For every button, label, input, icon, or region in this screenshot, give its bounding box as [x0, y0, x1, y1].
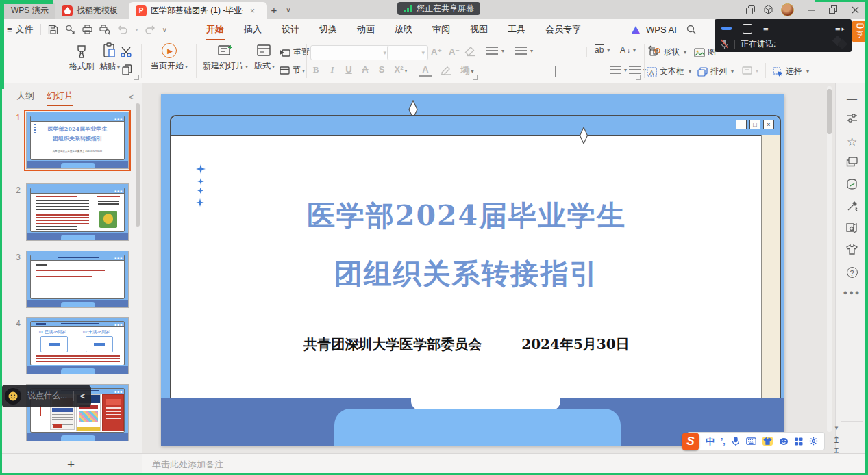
meeting-list-icon[interactable]: ≡	[763, 23, 769, 34]
canvas-scrollbar-track[interactable]	[827, 86, 832, 432]
close-window-icon[interactable]	[847, 0, 863, 19]
slide-thumbnail-1[interactable]: ■■■ 医学部2024届毕业学生 团组织关系转接指引 共青团深圳大学医学部委员会…	[26, 112, 129, 169]
font-family-select[interactable]: ▾	[310, 45, 390, 60]
app-home-tab[interactable]: WPS 演示	[4, 2, 55, 19]
superscript-button[interactable]: X²▾	[390, 64, 411, 75]
menu-review[interactable]: 审阅	[432, 22, 451, 37]
bold-button[interactable]: B	[308, 64, 323, 75]
muted-mic-icon[interactable]	[720, 39, 729, 49]
more-tools-icon[interactable]: ●●●	[836, 288, 868, 296]
document-tab[interactable]: P 医学部基础团务 (1) -毕业生团组 ×	[129, 2, 267, 19]
print-preview-icon[interactable]	[99, 25, 110, 35]
search-icon[interactable]	[686, 25, 696, 34]
tabs-dropdown-icon[interactable]: ∨	[282, 0, 295, 19]
slide-canvas[interactable]: — □ × 医学部2024届毕业学生 团组织关系转接指引 共青团深圳大学医学部委…	[161, 94, 784, 446]
export-pdf-icon[interactable]	[65, 25, 75, 35]
user-avatar[interactable]	[780, 0, 795, 19]
clear-format-button[interactable]	[464, 47, 477, 57]
menu-home[interactable]: 开始	[206, 22, 225, 37]
help-icon[interactable]: ?	[836, 266, 868, 278]
add-slide-button[interactable]: +	[0, 454, 142, 475]
sogou-voice-icon[interactable]	[732, 437, 740, 446]
font-dialog-launcher[interactable]	[473, 75, 478, 80]
sogou-settings-icon[interactable]	[809, 437, 818, 446]
skin-resource-icon[interactable]	[836, 244, 868, 255]
effects-star-icon[interactable]: ☆	[836, 135, 868, 149]
picture-button[interactable]: 图	[694, 47, 716, 58]
textbox-button[interactable]: A 文本框▾	[647, 66, 691, 77]
sogou-skin-icon[interactable]	[762, 437, 773, 446]
clipboard-dialog-launcher[interactable]	[134, 75, 139, 80]
chat-input-placeholder[interactable]: 说点什么...	[27, 390, 73, 402]
new-slide-button[interactable]: 新建幻灯片▾	[200, 43, 251, 72]
redo-icon[interactable]	[145, 25, 156, 34]
chat-input-overlay[interactable]: 说点什么... <	[1, 385, 91, 407]
bullets-button[interactable]: ▾	[486, 47, 504, 55]
object-properties-icon[interactable]	[836, 113, 868, 123]
slides-tab[interactable]: 幻灯片	[47, 90, 73, 105]
sogou-cn-mode-button[interactable]: 中	[706, 435, 715, 448]
previous-slide-button[interactable]: ↥	[826, 435, 847, 445]
sidebar-collapse-icon[interactable]: —	[836, 92, 868, 104]
menu-tools[interactable]: 工具	[507, 22, 526, 37]
sogou-punctuation-button[interactable]: ’,	[721, 437, 726, 446]
slide-title-line1[interactable]: 医学部2024届毕业学生	[171, 197, 762, 235]
quickbar-dropdown-icon[interactable]: ∨	[162, 26, 167, 34]
format-painter-button[interactable]: 格式刷	[66, 44, 97, 73]
pinyin-guide-button[interactable]: ab▾	[595, 45, 610, 55]
slide-thumbnail-2[interactable]: ■■■	[26, 183, 129, 241]
cut-button[interactable]	[121, 47, 133, 57]
smart-tools-icon[interactable]	[836, 201, 868, 211]
panel-scrollbar[interactable]	[136, 103, 140, 227]
strikethrough-button[interactable]: A	[358, 64, 373, 75]
slide-title-line2[interactable]: 团组织关系转接指引	[171, 255, 762, 293]
editing-canvas[interactable]: — □ × 医学部2024届毕业学生 团组织关系转接指引 共青团深圳大学医学部委…	[142, 83, 836, 453]
sogou-emoji-icon[interactable]	[779, 437, 789, 446]
new-tab-button[interactable]: +	[267, 0, 281, 19]
scroll-up-hint-icon[interactable]: ▼	[826, 425, 847, 431]
font-color-button[interactable]: A	[417, 64, 434, 77]
minimize-window-icon[interactable]	[803, 0, 819, 19]
highlight-button[interactable]	[440, 66, 452, 75]
canvas-scrollbar-thumb[interactable]	[827, 89, 832, 134]
section-button[interactable]: 节▾	[280, 64, 305, 76]
shapes-button[interactable]: 形状▾	[649, 47, 686, 58]
menu-transition[interactable]: 切换	[319, 22, 338, 37]
emoji-icon[interactable]	[5, 388, 21, 405]
menu-design[interactable]: 设计	[281, 22, 300, 37]
reset-button[interactable]: 重置	[280, 47, 310, 58]
meeting-window-icon[interactable]	[743, 24, 752, 34]
meeting-expand-icon[interactable]: ≡▸	[835, 23, 845, 34]
meeting-minimize-icon[interactable]	[721, 27, 732, 30]
undo-dropdown-icon[interactable]: ▾	[136, 27, 138, 33]
menu-member[interactable]: 会员专享	[545, 22, 582, 37]
wps-share-button[interactable]: 享	[852, 21, 868, 42]
undo-icon[interactable]	[117, 25, 127, 34]
copy-button[interactable]	[122, 64, 132, 75]
design-tools-icon[interactable]	[836, 179, 868, 190]
wps-ai-label[interactable]: WPS AI	[646, 25, 677, 35]
shadow-button[interactable]: S	[374, 64, 389, 75]
underline-button[interactable]: U	[341, 64, 356, 75]
outline-tab[interactable]: 大纲	[16, 90, 34, 105]
paste-button[interactable]: 粘贴▾	[96, 42, 123, 73]
slide-thumbnail-3[interactable]: ■■■	[26, 251, 129, 308]
increase-font-button[interactable]: A⁺	[429, 47, 444, 57]
decrease-font-button[interactable]: A⁻	[447, 47, 462, 57]
font-size-select[interactable]: ▾	[387, 45, 428, 60]
sogou-keyboard-icon[interactable]	[746, 437, 756, 445]
find-replace-icon[interactable]	[836, 222, 868, 233]
menu-animation[interactable]: 动画	[356, 22, 375, 37]
play-from-current-button[interactable]: ▶ 当页开始▾	[148, 43, 190, 72]
paragraph-dialog-launcher[interactable]	[636, 75, 641, 80]
sogou-toolbox-icon[interactable]	[795, 437, 803, 446]
menu-slideshow[interactable]: 放映	[394, 22, 413, 37]
layout-button[interactable]: 版式▾	[249, 43, 280, 72]
line-spacing-button[interactable]: ▾	[610, 66, 627, 74]
integration-cube-icon[interactable]	[760, 0, 776, 19]
workspace-icon[interactable]	[743, 0, 758, 19]
numbering-button[interactable]: ▾	[515, 47, 533, 55]
close-tab-icon[interactable]: ×	[250, 6, 255, 16]
slide-thumbnail-4[interactable]: ■■■ 01 已满28周岁 02 未满28周岁	[26, 317, 129, 374]
chat-collapse-icon[interactable]: <	[74, 391, 91, 401]
